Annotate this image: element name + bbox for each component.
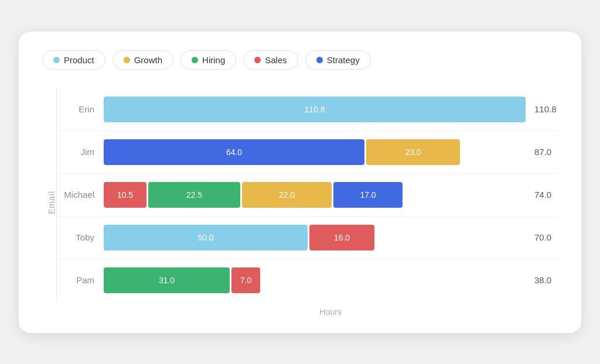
row-total: 38.0 xyxy=(534,275,558,285)
row-total: 74.0 xyxy=(534,190,558,200)
bar-segment: 7.0 xyxy=(231,267,260,293)
legend: Product Growth Hiring Sales Strategy xyxy=(42,50,558,70)
bars-container: 64.023.0 xyxy=(104,139,529,165)
bar-segment: 10.5 xyxy=(104,182,146,208)
row-label: Toby xyxy=(57,232,104,242)
bar-segment: 50.0 xyxy=(104,225,308,250)
legend-item-product[interactable]: Product xyxy=(42,50,105,70)
growth-dot xyxy=(124,57,130,63)
bar-segment: 16.0 xyxy=(309,225,374,250)
chart-inner: Erin110.8110.8Jim64.023.087.0Michael10.5… xyxy=(56,88,558,317)
bar-segment: 17.0 xyxy=(333,182,403,208)
bar-segment: 64.0 xyxy=(104,139,364,165)
row-total: 110.8 xyxy=(534,104,558,114)
bars-container: 110.8 xyxy=(104,97,529,122)
bar-segment: 23.0 xyxy=(366,139,460,165)
y-axis-label: Email xyxy=(42,88,56,317)
row-label: Erin xyxy=(57,104,104,114)
sales-label: Sales xyxy=(265,55,287,65)
hiring-dot xyxy=(192,57,198,63)
chart-rows: Erin110.8110.8Jim64.023.087.0Michael10.5… xyxy=(56,88,558,301)
bars-container: 10.522.522.017.0 xyxy=(104,182,529,208)
chart-row: Toby50.016.070.0 xyxy=(57,217,558,259)
chart-row: Pam31.07.038.0 xyxy=(57,259,558,301)
row-label: Pam xyxy=(57,275,104,285)
legend-item-strategy[interactable]: Strategy xyxy=(305,50,371,70)
chart-row: Michael10.522.522.017.074.0 xyxy=(57,174,558,217)
strategy-dot xyxy=(316,57,323,63)
legend-item-growth[interactable]: Growth xyxy=(112,50,173,70)
row-label: Michael xyxy=(57,190,104,200)
sales-dot xyxy=(254,57,261,63)
growth-label: Growth xyxy=(134,55,162,65)
legend-item-sales[interactable]: Sales xyxy=(243,50,298,70)
product-label: Product xyxy=(64,55,94,65)
row-total: 87.0 xyxy=(534,147,558,157)
hiring-label: Hiring xyxy=(202,55,225,65)
bar-segment: 22.0 xyxy=(242,182,332,208)
chart-area: Email Erin110.8110.8Jim64.023.087.0Micha… xyxy=(42,88,558,317)
bars-container: 31.07.0 xyxy=(104,267,529,293)
strategy-label: Strategy xyxy=(327,55,360,65)
chart-row: Jim64.023.087.0 xyxy=(57,131,558,174)
legend-item-hiring[interactable]: Hiring xyxy=(180,50,236,70)
product-dot xyxy=(53,57,60,63)
x-axis-label: Hours xyxy=(56,307,558,317)
bar-segment: 31.0 xyxy=(104,267,230,293)
bar-segment: 110.8 xyxy=(104,97,526,122)
row-total: 70.0 xyxy=(534,232,558,242)
chart-card: Product Growth Hiring Sales Strategy Ema… xyxy=(19,32,581,333)
row-label: Jim xyxy=(57,147,104,157)
bar-segment: 22.5 xyxy=(148,182,240,208)
bars-container: 50.016.0 xyxy=(104,225,529,250)
chart-row: Erin110.8110.8 xyxy=(57,88,558,131)
